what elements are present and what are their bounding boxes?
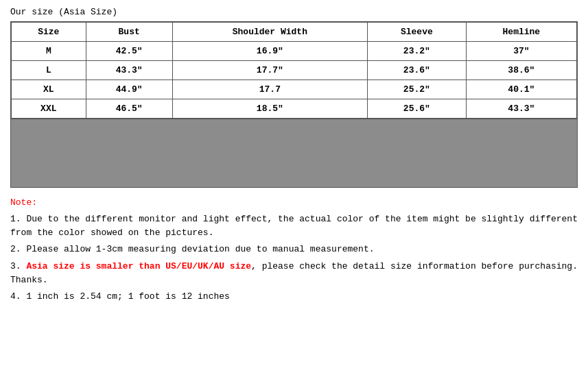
cell-size-xl: XL — [12, 80, 86, 99]
col-shoulder: Shoulder Width — [172, 23, 367, 42]
cell-sleeve-xl: 25.2" — [367, 80, 466, 99]
col-hemline: Hemline — [466, 23, 576, 42]
cell-hemline-xxl: 43.3" — [466, 99, 576, 119]
cell-size-xxl: XXL — [12, 99, 86, 119]
cell-size-m: M — [12, 42, 86, 61]
note-item-2: 2. Please allow 1-3cm measuring deviatio… — [10, 243, 578, 256]
cell-bust-l: 43.3" — [86, 61, 172, 80]
table-header-row: Size Bust Shoulder Width Sleeve Hemline — [12, 23, 577, 42]
cell-hemline-l: 38.6" — [466, 61, 576, 80]
cell-size-l: L — [12, 61, 86, 80]
table-row: XXL 46.5" 18.5" 25.6" 43.3" — [12, 99, 577, 119]
cell-hemline-m: 37" — [466, 42, 576, 61]
note-item-3: 3. Asia size is smaller than US/EU/UK/AU… — [10, 260, 578, 287]
note-label: Note: — [10, 196, 578, 210]
cell-sleeve-xxl: 25.6" — [367, 99, 466, 119]
size-table-wrapper: Size Bust Shoulder Width Sleeve Hemline … — [10, 21, 578, 119]
col-sleeve: Sleeve — [367, 23, 466, 42]
note-item-3-prefix: 3. — [10, 261, 26, 271]
note-item-3-red: Asia size is smaller than US/EU/UK/AU si… — [26, 261, 251, 271]
gray-area — [10, 119, 578, 188]
table-row: XL 44.9" 17.7 25.2" 40.1" — [12, 80, 577, 99]
cell-hemline-xl: 40.1" — [466, 80, 576, 99]
cell-shoulder-xl: 17.7 — [172, 80, 367, 99]
cell-bust-xxl: 46.5" — [86, 99, 172, 119]
size-table: Size Bust Shoulder Width Sleeve Hemline … — [11, 22, 577, 119]
cell-sleeve-m: 23.2" — [367, 42, 466, 61]
cell-sleeve-l: 23.6" — [367, 61, 466, 80]
col-bust: Bust — [86, 23, 172, 42]
col-size: Size — [12, 23, 86, 42]
cell-bust-m: 42.5" — [86, 42, 172, 61]
cell-shoulder-l: 17.7" — [172, 61, 367, 80]
note-item-4: 4. 1 inch is 2.54 cm; 1 foot is 12 inche… — [10, 290, 578, 304]
cell-shoulder-xxl: 18.5" — [172, 99, 367, 119]
table-row: L 43.3" 17.7" 23.6" 38.6" — [12, 61, 577, 80]
asia-size-label: Our size (Asia Size) — [10, 7, 578, 17]
cell-shoulder-m: 16.9" — [172, 42, 367, 61]
notes-section: Note: 1. Due to the different monitor an… — [10, 196, 578, 304]
note-item-1: 1. Due to the different monitor and ligh… — [10, 212, 578, 240]
cell-bust-xl: 44.9" — [86, 80, 172, 99]
table-row: M 42.5" 16.9" 23.2" 37" — [12, 42, 577, 61]
